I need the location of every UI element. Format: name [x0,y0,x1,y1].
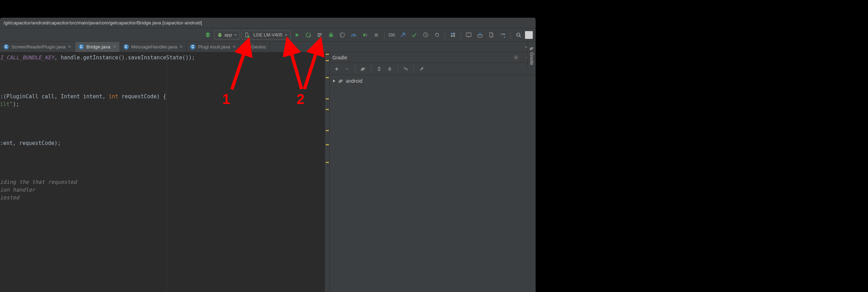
class-icon: C [4,44,9,49]
vcs-commit-button[interactable] [409,30,419,40]
chevron-down-icon [234,34,237,36]
tab-pluginresult[interactable]: C Plugi esult.java ✕ [187,42,240,52]
android-icon [217,33,222,37]
svg-rect-12 [451,33,452,35]
run-button[interactable] [292,30,302,40]
svg-rect-15 [453,35,455,37]
gradle-refresh-button[interactable] [358,64,368,74]
gradle-offline-button[interactable] [401,64,411,74]
gradle-toolbar [330,63,536,75]
resource-manager-button[interactable] [486,30,496,40]
gradle-settings-button[interactable] [511,53,521,63]
svg-rect-16 [466,33,471,36]
gradle-panel: Gradle [329,52,536,292]
svg-point-7 [330,34,332,37]
separator [461,31,461,39]
gradle-wrench-button[interactable] [417,64,427,74]
separator [445,31,445,39]
tab-label: Bridge.java [86,44,110,49]
svg-rect-17 [468,37,469,37]
svg-text:A: A [309,35,311,37]
titlebar: /git/capacitor/android/capacitor/src/mai… [0,18,536,28]
svg-point-1 [247,36,247,36]
git-label: Git: [389,32,396,37]
svg-point-2 [247,36,250,38]
close-icon[interactable]: ✕ [113,45,116,49]
tab-label: MessageHandler.java [131,44,177,49]
close-icon[interactable]: ✕ [68,45,71,49]
elephant-icon [529,46,534,51]
gradle-expand-button[interactable] [374,64,384,74]
tab-label: Geoloc [251,44,266,49]
attach-debugger-button[interactable] [360,30,370,40]
elephant-icon [360,66,366,72]
device-label: LGE LM-V405 [253,32,282,37]
run-config-label: app [224,32,232,37]
minus-icon [345,66,350,71]
profiler-button[interactable] [349,30,359,40]
gradle-header: Gradle [330,52,536,63]
vcs-update-button[interactable] [398,30,408,40]
coverage-button[interactable] [337,30,347,40]
status-dot-icon [247,36,250,38]
svg-point-9 [363,34,365,36]
tree-row-android[interactable]: android [332,77,533,85]
svg-point-8 [353,36,354,37]
tab-label: Plugi esult.java [198,44,230,49]
close-icon[interactable]: ✕ [233,45,236,49]
sync-gradle-button[interactable] [498,30,508,40]
marker-strip[interactable] [325,52,329,292]
class-icon: C [79,44,84,49]
apply-changes-button[interactable]: A [303,30,313,40]
svg-rect-10 [375,33,378,36]
wrench-icon [419,66,424,71]
svg-rect-6 [318,36,320,37]
chevron-down-icon [285,34,287,36]
build-icon[interactable] [203,30,213,40]
tab-messagehandler[interactable]: C MessageHandler.java ✕ [120,42,187,52]
apply-code-changes-button[interactable] [315,30,325,40]
gradle-remove-button[interactable] [342,64,352,74]
gutter-line [166,52,167,292]
svg-rect-14 [451,35,452,37]
gear-icon [513,55,519,60]
tab-geolocation[interactable]: I Geoloc [240,42,270,52]
gradle-title: Gradle [332,55,509,60]
main-toolbar: app LGE LM-V405 A [0,28,536,42]
interface-icon: I [243,44,249,49]
stop-button[interactable] [371,30,381,40]
gradle-tree: android [330,75,536,87]
tab-screenreaderplugin[interactable]: C ScreenReaderPlugin.java ✕ [0,42,75,52]
window-title: /git/capacitor/android/capacitor/src/mai… [4,20,202,25]
class-icon: C [190,44,195,49]
gradle-tool-tab[interactable]: Gradle [529,44,535,67]
search-everywhere-button[interactable] [514,30,524,40]
triangle-right-icon [332,79,336,83]
gradle-collapse-button[interactable] [385,64,395,74]
svg-point-21 [515,57,516,58]
tab-bridge[interactable]: C Bridge.java ✕ [75,42,120,52]
svg-rect-19 [490,33,492,37]
svg-rect-5 [318,35,322,35]
sdk-manager-button[interactable] [475,30,485,40]
expand-all-icon [377,66,382,71]
avatar[interactable] [525,31,533,39]
offline-icon [403,66,409,71]
code-editor[interactable]: I_CALL_BUNDLE_KEY, handle.getInstance().… [0,52,329,292]
svg-point-20 [517,33,520,36]
debug-button[interactable] [326,30,336,40]
collapse-all-icon [387,66,392,71]
vcs-history-button[interactable] [421,30,430,40]
close-icon[interactable]: ✕ [179,45,183,49]
project-structure-button[interactable] [448,30,458,40]
run-config-dropdown[interactable]: app [214,30,240,40]
avd-manager-button[interactable] [464,30,474,40]
device-dropdown[interactable]: LGE LM-V405 [241,30,290,40]
ide-window: /git/capacitor/android/capacitor/src/mai… [0,18,536,292]
separator [510,31,511,39]
editor-tabs: C ScreenReaderPlugin.java ✕ C Bridge.jav… [0,42,536,52]
gradle-add-button[interactable] [332,64,342,74]
separator [384,31,384,39]
elephant-icon [338,78,344,84]
vcs-rollback-button[interactable] [432,30,442,40]
